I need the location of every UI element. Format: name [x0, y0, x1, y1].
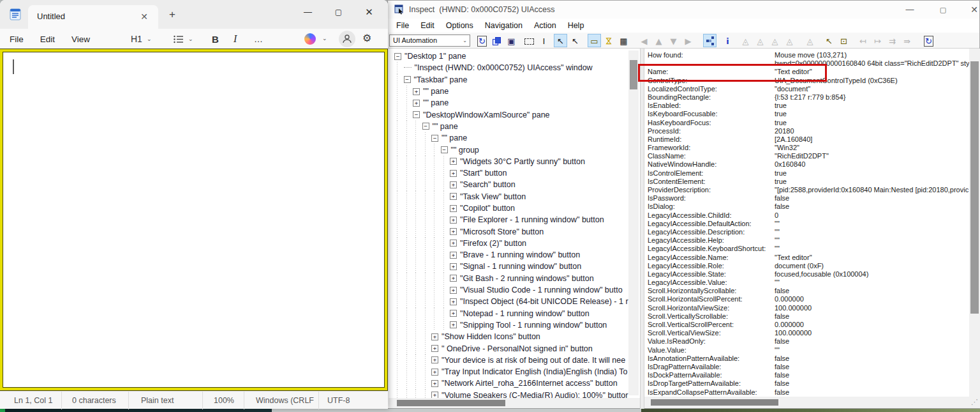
tree-expander-icon[interactable]: + — [450, 158, 457, 165]
tree-node[interactable]: +"" pane — [389, 97, 640, 109]
new-tab-button[interactable]: + — [165, 7, 180, 22]
tree-expander-icon[interactable]: + — [413, 100, 420, 107]
property-row[interactable]: Scroll.VerticallyScrollable:false — [644, 312, 969, 321]
window-properties-icon[interactable]: ▣ — [505, 34, 518, 47]
status-item[interactable]: Windows (CRLF — [244, 392, 319, 409]
status-item[interactable]: 0 characters — [62, 392, 129, 409]
nav-left-icon[interactable]: ◀ — [637, 34, 651, 47]
tree-node[interactable]: −"Taskbar" pane — [389, 74, 640, 86]
tree-expander-icon[interactable]: + — [431, 333, 438, 340]
focus-rect-icon[interactable] — [523, 34, 536, 47]
info-icon[interactable]: i — [721, 34, 734, 47]
inspect-close-button[interactable]: ✕ — [961, 1, 980, 19]
inspect-menu-help[interactable]: Help — [562, 21, 590, 30]
collapse-subtree-icon[interactable]: ◬ — [754, 34, 767, 47]
nav-up-icon[interactable]: ▲ — [652, 34, 665, 47]
hourglass-icon[interactable]: ⋈ — [602, 34, 616, 47]
property-row[interactable]: FrameworkId:"Win32" — [644, 144, 969, 152]
cursor-tracking-icon[interactable]: ↖ — [554, 34, 567, 47]
tree-node[interactable]: +"Git Bash - 2 running windows" button — [389, 273, 640, 284]
tree-node[interactable]: +"Network Airtel_roha_2166Internet acces… — [389, 378, 640, 389]
property-row[interactable]: IsKeyboardFocusable:true — [644, 110, 969, 118]
pane-splitter[interactable] — [640, 49, 644, 409]
property-row[interactable]: IsContentElement:true — [644, 178, 969, 186]
tree-node[interactable]: +"Widgets 30°C Partly sunny" button — [389, 156, 640, 167]
tree-node[interactable]: +"Visual Studio Code - 1 running window"… — [389, 284, 640, 296]
inspect-maximize-button[interactable]: ▢ — [930, 1, 956, 19]
property-row[interactable]: LegacyIAccessible.DefaultAction:"" — [644, 220, 969, 228]
tree-expander-icon[interactable]: + — [450, 240, 457, 247]
property-row[interactable]: IsDropTargetPatternAvailable:false — [644, 379, 969, 388]
tree-parent-icon[interactable]: ◬ — [768, 34, 782, 47]
tree-node[interactable]: "Inspect (HWND: 0x000C0752) UIAccess" wi… — [389, 62, 640, 73]
text-editor-area[interactable] — [0, 49, 387, 390]
tree-expander-icon[interactable]: + — [450, 228, 457, 235]
tree-node[interactable]: +"Your device is at risk of being out of… — [389, 355, 640, 366]
tree-expander-icon[interactable]: − — [441, 146, 448, 153]
cursor-menu-icon[interactable]: ↖ — [568, 34, 582, 47]
notepad-titlebar[interactable]: Untitled ✕ + — ▢ ✕ — [0, 0, 388, 29]
property-row[interactable]: IsDialog:false — [644, 202, 969, 211]
property-row[interactable]: LegacyIAccessible.Value:"" — [644, 278, 969, 287]
step-over-icon[interactable]: ⇉ — [886, 34, 899, 47]
tree-vertical-scrollbar[interactable] — [628, 50, 639, 395]
property-row[interactable]: IsControlElement:true — [644, 169, 969, 178]
properties-horizontal-scrollbar[interactable] — [644, 397, 969, 408]
copilot-icon[interactable] — [304, 33, 316, 45]
step-left-icon[interactable]: ↤ — [856, 34, 870, 47]
property-row[interactable]: LegacyIAccessible.State:focused,focusabl… — [644, 270, 969, 278]
tree-node[interactable]: +"Notepad - 1 running window" button — [389, 308, 640, 319]
inspect-titlebar[interactable]: Inspect (HWND: 0x000C0752) UIAccess — ▢ … — [388, 1, 979, 19]
tree-expander-icon[interactable]: + — [450, 298, 457, 305]
tree-node[interactable]: +"Volume Speakers (C-Media(R) Audio): 10… — [389, 390, 640, 398]
expand-subtree-icon[interactable]: ◬ — [739, 34, 752, 47]
notepad-menu-file[interactable]: File — [1, 34, 32, 44]
tree-node[interactable]: −"" pane — [389, 132, 640, 144]
status-item[interactable]: 100% — [203, 392, 244, 409]
account-button[interactable] — [339, 31, 355, 47]
property-row[interactable]: Value.IsReadOnly:false — [644, 337, 969, 346]
tree-node[interactable]: +"Tray Input Indicator English (India)En… — [389, 366, 640, 378]
bold-button[interactable]: B — [212, 29, 219, 49]
notepad-tab-untitled[interactable]: Untitled ✕ — [28, 5, 158, 29]
tree-expander-icon[interactable]: + — [450, 321, 457, 328]
properties-vscroll-thumb[interactable] — [970, 61, 979, 314]
property-row[interactable]: HasKeyboardFocus:true — [644, 119, 969, 127]
settings-gear-icon[interactable]: ⚙ — [362, 32, 371, 44]
tree-expander-icon[interactable]: + — [431, 392, 438, 398]
tree-expander-icon[interactable]: + — [450, 181, 457, 188]
tree-horizontal-scrollbar[interactable] — [389, 398, 640, 408]
status-item[interactable]: Plain text — [129, 392, 203, 409]
property-row[interactable]: NativeWindowHandle:0x160840 — [644, 160, 969, 169]
notepad-menu-edit[interactable]: Edit — [32, 34, 63, 44]
tree-node[interactable]: +"Firefox (2)" button — [389, 238, 640, 249]
property-row[interactable]: LegacyIAccessible.ChildId:0 — [644, 211, 969, 220]
tree-node[interactable]: +"" pane — [389, 86, 640, 97]
uia-tree-pane[interactable]: −"Desktop 1" pane"Inspect (HWND: 0x000C0… — [389, 49, 640, 398]
tree-expander-icon[interactable]: + — [450, 205, 457, 212]
tree-node[interactable]: +"Snipping Tool - 1 running window" butt… — [389, 319, 640, 331]
tree-expander-icon[interactable]: + — [450, 170, 457, 177]
property-row[interactable]: ProviderDescription:"[pid:2588,providerI… — [644, 186, 969, 194]
refresh-icon[interactable]: ↻ — [475, 34, 489, 47]
ibeam-icon[interactable]: I — [537, 34, 551, 47]
tree-expander-icon[interactable]: − — [413, 111, 420, 118]
tree-expander-icon[interactable]: − — [404, 76, 411, 83]
tree-expander-icon[interactable]: − — [431, 135, 438, 142]
tree-node[interactable]: +"Task View" button — [389, 191, 640, 202]
copilot-chevron-icon[interactable]: ⌄ — [322, 35, 327, 42]
tree-node[interactable]: +"Inspect Object (64-bit UNICODE Release… — [389, 296, 640, 307]
property-row[interactable]: How found:Mouse move (103,271) — [644, 51, 969, 59]
property-row[interactable]: LegacyIAccessible.Name:"Text editor" — [644, 254, 969, 262]
property-row[interactable]: Scroll.HorizontalScrollPercent:0.000000 — [644, 295, 969, 303]
step-out-icon[interactable]: ⇛ — [900, 34, 914, 47]
nav-down-icon[interactable]: ▼ — [667, 34, 680, 47]
tree-node[interactable]: +"Start" button — [389, 167, 640, 179]
tree-vscroll-thumb[interactable] — [630, 60, 637, 89]
tree-node[interactable]: −"DesktopWindowXamlSource" pane — [389, 109, 640, 120]
property-row[interactable]: LegacyIAccessible.KeyboardShortcut:"" — [644, 245, 969, 253]
notepad-maximize-button[interactable]: ▢ — [323, 0, 353, 24]
property-row[interactable]: ClassName:"RichEditD2DPT" — [644, 152, 969, 160]
property-row[interactable]: LegacyIAccessible.Help:"" — [644, 236, 969, 245]
tree-node[interactable]: +"Search" button — [389, 179, 640, 190]
